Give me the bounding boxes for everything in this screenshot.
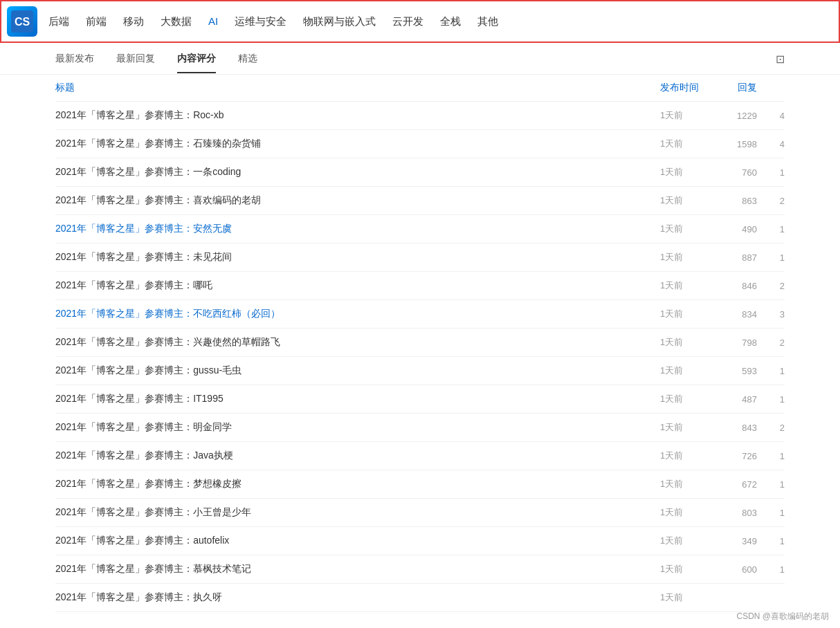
row-time: 1天前 <box>660 535 715 547</box>
row-views: 760 <box>715 167 757 178</box>
row-views: 726 <box>715 451 757 461</box>
nav-item-AI[interactable]: AI <box>208 12 218 31</box>
row-title[interactable]: 2021年「博客之星」参赛博主：喜欢编码的老胡 <box>55 194 660 207</box>
table-row: 2021年「博客之星」参赛博主：autofelix1天前3491 <box>55 527 785 555</box>
row-title[interactable]: 2021年「博客之星」参赛博主：不吃西红柿（必回） <box>55 308 660 320</box>
col-header-views: 回复 <box>715 82 757 94</box>
row-views: 490 <box>715 224 757 234</box>
col-header-title: 标题 <box>55 82 660 94</box>
row-replies: 4 <box>757 111 785 121</box>
table-body: 2021年「博客之星」参赛博主：Roc-xb1天前122942021年「博客之星… <box>55 102 785 612</box>
row-time: 1天前 <box>660 563 715 575</box>
logo[interactable]: CS <box>7 6 37 37</box>
row-time: 1天前 <box>660 138 715 150</box>
row-replies: 1 <box>757 508 785 518</box>
tab-内容评分[interactable]: 内容评分 <box>177 44 216 73</box>
table-row: 2021年「博客之星」参赛博主：Roc-xb1天前12294 <box>55 102 785 130</box>
row-replies: 1 <box>757 394 785 405</box>
row-time: 1天前 <box>660 109 715 122</box>
row-replies: 2 <box>757 281 785 291</box>
nav-item-运维与安全[interactable]: 运维与安全 <box>235 12 286 31</box>
row-time: 1天前 <box>660 279 715 292</box>
row-title[interactable]: 2021年「博客之星」参赛博主：一条coding <box>55 166 660 178</box>
row-time: 1天前 <box>660 506 715 519</box>
row-time: 1天前 <box>660 591 715 604</box>
row-title[interactable]: 2021年「博客之星」参赛博主：石臻臻的杂货铺 <box>55 138 660 150</box>
row-views: 672 <box>715 479 757 490</box>
table-row: 2021年「博客之星」参赛博主：喜欢编码的老胡1天前8632 <box>55 187 785 215</box>
row-time: 1天前 <box>660 421 715 434</box>
row-views: 487 <box>715 394 757 405</box>
layout-icon[interactable]: ⊡ <box>776 52 785 65</box>
row-views: 1229 <box>715 111 757 121</box>
row-time: 1天前 <box>660 450 715 462</box>
row-title[interactable]: 2021年「博客之星」参赛博主：未见花间 <box>55 251 660 264</box>
row-views: 846 <box>715 281 757 291</box>
nav-item-物联网与嵌入式[interactable]: 物联网与嵌入式 <box>303 12 376 31</box>
row-time: 1天前 <box>660 166 715 178</box>
table-row: 2021年「博客之星」参赛博主：不吃西红柿（必回）1天前8343 <box>55 300 785 329</box>
tab-bar: 最新发布最新回复内容评分精选 ⊡ <box>0 43 840 75</box>
row-time: 1天前 <box>660 364 715 377</box>
nav-item-全栈[interactable]: 全栈 <box>440 12 461 31</box>
row-title[interactable]: 2021年「博客之星」参赛博主：明金同学 <box>55 421 660 434</box>
table-row: 2021年「博客之星」参赛博主：兴趣使然的草帽路飞1天前7982 <box>55 329 785 357</box>
row-replies: 2 <box>757 423 785 433</box>
row-title[interactable]: 2021年「博客之星」参赛博主：梦想橡皮擦 <box>55 478 660 490</box>
row-views: 887 <box>715 252 757 263</box>
svg-text:CS: CS <box>15 16 30 28</box>
row-views: 863 <box>715 196 757 206</box>
row-title[interactable]: 2021年「博客之星」参赛博主：小王曾是少年 <box>55 506 660 519</box>
row-title[interactable]: 2021年「博客之星」参赛博主：IT1995 <box>55 393 660 405</box>
table-row: 2021年「博客之星」参赛博主：明金同学1天前8432 <box>55 414 785 442</box>
table-row: 2021年「博客之星」参赛博主：安然无虞1天前4901 <box>55 215 785 243</box>
row-replies: 4 <box>757 139 785 149</box>
nav-item-大数据[interactable]: 大数据 <box>161 12 192 31</box>
row-title[interactable]: 2021年「博客之星」参赛博主：Java执梗 <box>55 450 660 462</box>
nav-item-前端[interactable]: 前端 <box>86 12 107 31</box>
row-replies: 2 <box>757 196 785 206</box>
row-title[interactable]: 2021年「博客之星」参赛博主：Roc-xb <box>55 109 660 122</box>
row-replies: 1 <box>757 451 785 461</box>
row-replies: 3 <box>757 309 785 320</box>
tab-最新发布[interactable]: 最新发布 <box>55 44 94 73</box>
row-title[interactable]: 2021年「博客之星」参赛博主：安然无虞 <box>55 223 660 235</box>
row-time: 1天前 <box>660 223 715 235</box>
row-replies: 1 <box>757 479 785 490</box>
row-views: 600 <box>715 564 757 575</box>
row-title[interactable]: 2021年「博客之星」参赛博主：gussu-毛虫 <box>55 364 660 377</box>
nav-item-后端[interactable]: 后端 <box>48 12 69 31</box>
row-time: 1天前 <box>660 308 715 320</box>
row-replies: 1 <box>757 167 785 178</box>
row-title[interactable]: 2021年「博客之星」参赛博主：兴趣使然的草帽路飞 <box>55 336 660 349</box>
row-title[interactable]: 2021年「博客之星」参赛博主：执久呀 <box>55 591 660 604</box>
table-row: 2021年「博客之星」参赛博主：小王曾是少年1天前8031 <box>55 499 785 527</box>
row-views: 843 <box>715 423 757 433</box>
row-views: 798 <box>715 338 757 348</box>
tab-精选[interactable]: 精选 <box>238 44 257 73</box>
row-replies: 1 <box>757 536 785 546</box>
row-title[interactable]: 2021年「博客之星」参赛博主：autofelix <box>55 535 660 547</box>
row-title[interactable]: 2021年「博客之星」参赛博主：哪吒 <box>55 279 660 292</box>
row-time: 1天前 <box>660 194 715 207</box>
main-content: 标题 发布时间 回复 2021年「博客之星」参赛博主：Roc-xb1天前1229… <box>0 75 840 612</box>
row-time: 1天前 <box>660 251 715 264</box>
row-replies: 1 <box>757 564 785 575</box>
table-row: 2021年「博客之星」参赛博主：执久呀1天前 <box>55 584 785 612</box>
table-header: 标题 发布时间 回复 <box>55 75 785 102</box>
table-row: 2021年「博客之星」参赛博主：未见花间1天前8871 <box>55 243 785 272</box>
nav-item-移动[interactable]: 移动 <box>123 12 144 31</box>
row-title[interactable]: 2021年「博客之星」参赛博主：慕枫技术笔记 <box>55 563 660 575</box>
row-replies: 1 <box>757 224 785 234</box>
nav-item-云开发[interactable]: 云开发 <box>392 12 423 31</box>
nav-item-其他[interactable]: 其他 <box>477 12 498 31</box>
col-header-time: 发布时间 <box>660 82 715 94</box>
row-replies: 2 <box>757 338 785 348</box>
row-time: 1天前 <box>660 336 715 349</box>
tab-最新回复[interactable]: 最新回复 <box>116 44 155 73</box>
row-views: 803 <box>715 508 757 518</box>
table-row: 2021年「博客之星」参赛博主：IT19951天前4871 <box>55 385 785 414</box>
row-replies: 1 <box>757 252 785 263</box>
footer-watermark: CSDN @喜歌编码的老胡 <box>736 611 829 612</box>
row-views: 593 <box>715 366 757 376</box>
